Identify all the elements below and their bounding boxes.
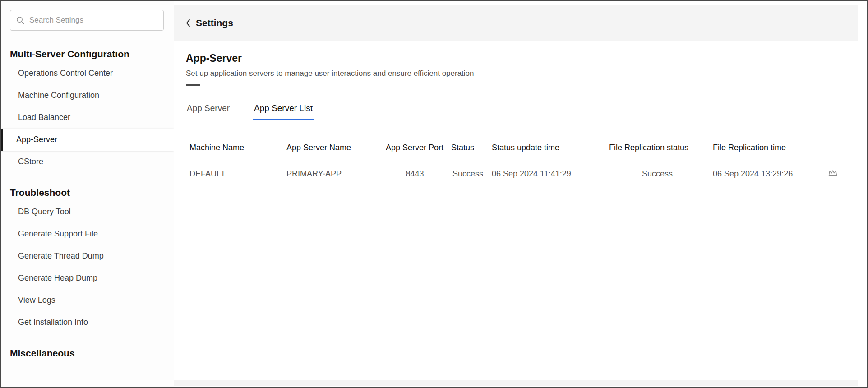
sidebar-item-view-logs[interactable]: View Logs xyxy=(1,289,174,311)
search-box[interactable] xyxy=(10,10,164,31)
page-subtitle: Set up application servers to manage use… xyxy=(186,69,845,78)
search-icon xyxy=(16,16,25,25)
main-content: Settings App-Server Set up application s… xyxy=(174,1,867,387)
tab-app-server-list[interactable]: App Server List xyxy=(253,101,314,120)
app-server-table: Machine Name App Server Name App Server … xyxy=(186,137,845,188)
table-header-row: Machine Name App Server Name App Server … xyxy=(186,137,845,160)
settings-sidebar: Multi-Server Configuration Operations Co… xyxy=(1,1,174,387)
sidebar-item-get-installation-info[interactable]: Get Installation Info xyxy=(1,311,174,333)
sidebar-item-operations-control-center[interactable]: Operations Control Center xyxy=(1,62,174,84)
sidebar-item-cstore[interactable]: CStore xyxy=(1,151,174,173)
title-underline xyxy=(186,84,200,86)
header-title: Settings xyxy=(196,18,233,28)
tab-app-server[interactable]: App Server xyxy=(186,101,231,120)
col-actions xyxy=(820,137,845,160)
sidebar-item-db-query-tool[interactable]: DB Query Tool xyxy=(1,201,174,223)
cell-app-server-name: PRIMARY-APP xyxy=(283,160,382,188)
app-server-card: App-Server Set up application servers to… xyxy=(174,41,858,380)
table-row[interactable]: DEFAULT PRIMARY-APP 8443 Success 06 Sep … xyxy=(186,160,845,188)
sidebar-item-load-balancer[interactable]: Load Balancer xyxy=(1,106,174,129)
sidebar-item-generate-thread-dump[interactable]: Generate Thread Dump xyxy=(1,245,174,267)
sidebar-section-multi-server: Multi-Server Configuration xyxy=(1,49,174,60)
col-file-replication-time: File Replication time xyxy=(709,137,820,160)
search-input[interactable] xyxy=(29,16,158,25)
sidebar-section-troubleshoot: Troubleshoot xyxy=(1,187,174,198)
sidebar-item-generate-support-file[interactable]: Generate Support File xyxy=(1,223,174,245)
cell-app-server-port: 8443 xyxy=(382,160,448,188)
chevron-left-icon xyxy=(185,18,191,28)
sidebar-item-generate-heap-dump[interactable]: Generate Heap Dump xyxy=(1,267,174,289)
crown-icon xyxy=(827,168,838,177)
col-machine-name: Machine Name xyxy=(186,137,283,160)
sidebar-section-miscellaneous: Miscellaneous xyxy=(1,348,174,359)
app-server-tabs: App Server App Server List xyxy=(186,101,845,120)
settings-back-header[interactable]: Settings xyxy=(174,5,858,41)
bottom-strip xyxy=(174,380,858,386)
page-title: App-Server xyxy=(186,52,845,65)
cell-file-replication-time: 06 Sep 2024 13:29:26 xyxy=(709,160,820,188)
col-app-server-port: App Server Port xyxy=(382,137,448,160)
col-status-update-time: Status update time xyxy=(488,137,605,160)
col-file-replication-status: File Replication status xyxy=(605,137,709,160)
app-window: Multi-Server Configuration Operations Co… xyxy=(0,0,868,388)
col-app-server-name: App Server Name xyxy=(283,137,382,160)
col-status: Status xyxy=(448,137,488,160)
cell-machine-name: DEFAULT xyxy=(186,160,283,188)
cell-status: Success xyxy=(448,160,488,188)
cell-file-replication-status: Success xyxy=(605,160,709,188)
cell-status-update-time: 06 Sep 2024 11:41:29 xyxy=(488,160,605,188)
sidebar-item-machine-configuration[interactable]: Machine Configuration xyxy=(1,84,174,106)
sidebar-item-app-server[interactable]: App-Server xyxy=(1,129,174,151)
